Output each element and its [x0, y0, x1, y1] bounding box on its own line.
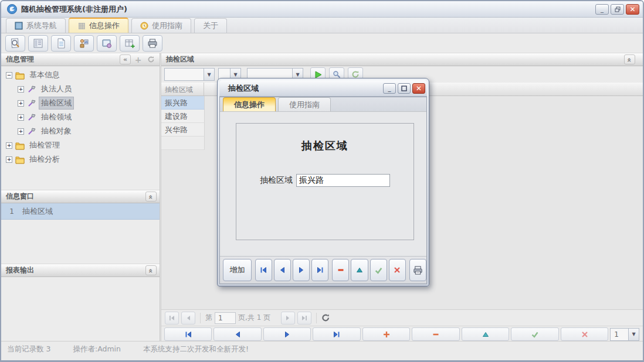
edit-record-button[interactable]: [351, 259, 368, 281]
dialog-close-button[interactable]: ✕: [412, 83, 425, 94]
panel-title: 信息窗口: [6, 192, 144, 202]
user-button[interactable]: [74, 35, 94, 52]
collapse-main-button[interactable]: «: [624, 54, 635, 64]
collapse-panel-button[interactable]: «: [145, 265, 157, 275]
first-page-button[interactable]: [165, 312, 179, 325]
tab-info-operation[interactable]: 信息操作: [69, 18, 128, 33]
refresh-page-button[interactable]: [321, 313, 330, 322]
tree-item-enforcers[interactable]: + 执法人员: [1, 82, 160, 96]
form-row: 抽检区域: [236, 174, 413, 187]
play-icon: [314, 71, 322, 78]
cancel-record-button[interactable]: [561, 327, 608, 341]
delete-record-button[interactable]: [332, 259, 349, 281]
search-document-button[interactable]: [5, 35, 25, 52]
tree-item-sampling-area[interactable]: + 抽检区域: [1, 96, 160, 110]
filter-field-combo[interactable]: ▼: [164, 68, 215, 81]
save-record-button[interactable]: [511, 327, 558, 341]
restore-button[interactable]: [611, 4, 624, 15]
expand-node-icon[interactable]: +: [6, 142, 12, 149]
open-window-item[interactable]: 1 抽检区域: [1, 203, 160, 220]
grid-row[interactable]: 兴华路: [161, 123, 205, 136]
next-page-button[interactable]: [281, 312, 295, 325]
table-add-button[interactable]: [120, 35, 140, 52]
add-record-button[interactable]: [362, 327, 410, 341]
page-number-input[interactable]: [215, 312, 236, 324]
tree-item-sampling-management[interactable]: + 抽检管理: [1, 138, 160, 152]
tree-item-label: 抽检领域: [39, 111, 73, 123]
grid-row[interactable]: 建设路: [161, 110, 205, 123]
record-action-bar: 1 ▼: [161, 326, 643, 342]
collapse-sidebar-button[interactable]: «: [120, 54, 131, 64]
info-management-header: 信息管理 « +: [1, 53, 160, 66]
tab-about[interactable]: 关于: [194, 18, 227, 33]
prev-record-button[interactable]: [274, 259, 291, 281]
expand-node-icon[interactable]: +: [18, 114, 24, 121]
dialog-maximize-button[interactable]: [398, 83, 411, 94]
grid-icon: [77, 22, 86, 30]
page-size-combo[interactable]: 1 ▼: [610, 328, 639, 341]
tab-system-nav[interactable]: 系统导航: [6, 18, 66, 33]
grid-column-header[interactable]: 抽检区域: [161, 83, 204, 95]
next-record-button[interactable]: [263, 327, 311, 341]
sidebar: 信息管理 « + − 基本信息 +: [1, 53, 160, 341]
tree-item-label: 基本信息: [28, 69, 62, 81]
chevron-down-icon: ▼: [628, 329, 639, 340]
form-heading: 抽检区域: [236, 139, 413, 153]
minimize-button[interactable]: _: [595, 4, 609, 15]
dialog-tab-user-guide[interactable]: 使用指南: [278, 97, 331, 111]
next-record-button[interactable]: [293, 259, 310, 281]
expand-node-icon[interactable]: +: [18, 128, 24, 135]
tree-item-sampling-analysis[interactable]: + 抽检分析: [1, 152, 160, 166]
folder-icon: [15, 71, 25, 80]
refresh-tree-button[interactable]: [145, 54, 157, 64]
last-page-button[interactable]: [297, 312, 311, 325]
expand-node-icon[interactable]: +: [18, 100, 24, 107]
divider: [200, 313, 201, 323]
prev-page-button[interactable]: [181, 312, 195, 325]
prev-record-icon: [278, 266, 286, 274]
first-page-icon: [168, 315, 175, 322]
dialog-footer: 增加: [220, 256, 426, 284]
tree-item-sampling-object[interactable]: + 抽检对象: [1, 124, 160, 138]
tool-icon: [27, 113, 36, 122]
first-record-button[interactable]: [164, 327, 212, 341]
close-button[interactable]: ✕: [626, 4, 639, 15]
last-record-icon: [316, 266, 324, 274]
print-button[interactable]: [143, 35, 162, 52]
refresh-icon: [147, 56, 155, 63]
grid-row-selected[interactable]: 振兴路: [161, 96, 205, 110]
first-record-button[interactable]: [255, 259, 272, 281]
add-button[interactable]: 增加: [223, 259, 252, 281]
cancel-x-icon: [393, 266, 401, 274]
dialog-title: 抽检区域: [228, 83, 381, 94]
window-view-button[interactable]: [97, 35, 117, 52]
record-count-label: 当前记录数 3: [7, 344, 50, 354]
new-document-button[interactable]: [51, 35, 71, 52]
expand-node-icon[interactable]: +: [6, 156, 12, 163]
edit-record-button[interactable]: [462, 327, 509, 341]
print-record-button[interactable]: [409, 259, 426, 281]
folder-icon: [15, 141, 25, 150]
prev-record-button[interactable]: [213, 327, 261, 341]
delete-record-button[interactable]: [412, 327, 459, 341]
tool-icon: [27, 99, 36, 108]
tree-item-sampling-domain[interactable]: + 抽检领域: [1, 110, 160, 124]
info-window-header: 信息窗口 «: [1, 190, 160, 203]
dialog-titlebar[interactable]: 抽检区域 _ ✕: [219, 80, 427, 97]
sampling-area-dialog: 抽检区域 _ ✕ 信息操作 使用指南 抽检区域 抽检区域: [217, 78, 429, 286]
last-record-button[interactable]: [313, 327, 360, 341]
dialog-minimize-button[interactable]: _: [383, 83, 396, 94]
sampling-area-input[interactable]: [296, 174, 390, 187]
collapse-node-icon[interactable]: −: [6, 72, 12, 78]
collapse-panel-button[interactable]: «: [145, 192, 157, 202]
tab-user-guide[interactable]: 使用指南: [131, 18, 191, 33]
main-panel-header: 抽检区域 «: [161, 53, 643, 66]
dialog-tab-info-operation[interactable]: 信息操作: [223, 97, 276, 111]
cancel-record-button[interactable]: [389, 259, 406, 281]
save-record-button[interactable]: [370, 259, 387, 281]
last-record-button[interactable]: [311, 259, 328, 281]
expand-node-icon[interactable]: +: [18, 86, 24, 93]
add-node-button[interactable]: +: [133, 54, 144, 64]
form-view-button[interactable]: [28, 35, 48, 52]
tree-item-basic-info[interactable]: − 基本信息: [1, 68, 160, 82]
